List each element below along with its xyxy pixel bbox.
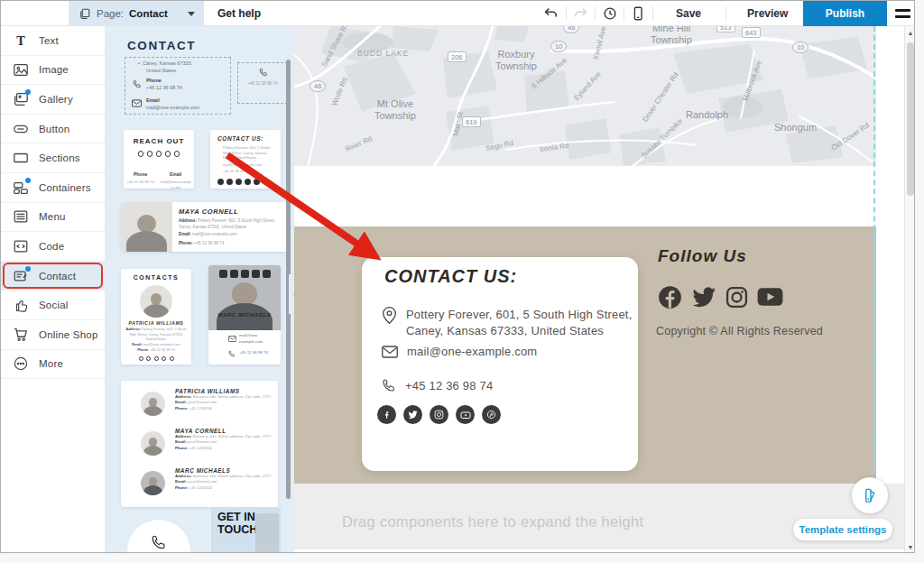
toolbar-separator: [595, 6, 596, 21]
sidebar-item-contact[interactable]: Contact: [1, 262, 105, 291]
save-button[interactable]: Save: [676, 1, 701, 26]
twitter-icon: [230, 270, 238, 278]
footer-section[interactable]: CONTACT US: Pottery Forever, 601, 5 Sout…: [294, 226, 876, 484]
template-contact-mini[interactable]: +45 12 36 98 74: [237, 62, 288, 104]
address-value: Business title, Street address, Zip code…: [193, 434, 272, 438]
main-scrollbar[interactable]: ▲ ▼: [904, 26, 915, 553]
facebook-icon: [217, 179, 224, 185]
template-person-photo-card[interactable]: MARC MICHAELS mail@one-example.com +45 1…: [208, 265, 281, 365]
email-link[interactable]: mail@one-example.com: [407, 344, 537, 360]
email-value: your@email.com: [188, 479, 217, 484]
template-settings-button[interactable]: Template settings: [793, 519, 892, 540]
history-icon[interactable]: [602, 5, 618, 22]
button-icon: [13, 121, 29, 137]
toolbar-separator: [624, 6, 624, 21]
sidebar-item-label: Menu: [39, 211, 66, 222]
scrollbar-thumb[interactable]: [907, 42, 914, 196]
scroll-down-icon[interactable]: ▼: [905, 544, 915, 550]
sidebar-item-containers[interactable]: Containers: [1, 173, 105, 203]
phone-label: Phone: [134, 171, 147, 177]
person-photo: [140, 285, 172, 318]
undo-icon[interactable]: [542, 5, 559, 22]
youtube-icon[interactable]: [757, 287, 783, 307]
twitter-icon: [146, 356, 151, 361]
person-photo: [141, 431, 165, 456]
new-badge: [25, 266, 31, 272]
bullet-icon: •: [138, 60, 140, 66]
facebook-icon[interactable]: [658, 285, 682, 309]
mobile-preview-icon[interactable]: [630, 5, 646, 22]
twitter-icon[interactable]: [691, 284, 716, 309]
svg-text:T: T: [16, 32, 25, 47]
sidebar-item-code[interactable]: Code: [1, 232, 105, 262]
phone-icon: [259, 68, 268, 77]
sidebar-item-image[interactable]: Image: [1, 56, 105, 86]
phone-label: Phone:: [179, 241, 193, 245]
panel-collapse-button[interactable]: ‹: [289, 274, 294, 314]
pinterest-icon: [174, 151, 180, 157]
design-button[interactable]: [852, 477, 888, 513]
person-photo: [141, 471, 165, 495]
sidebar-item-sections[interactable]: Sections: [1, 143, 105, 173]
sidebar-item-label: Social: [39, 300, 69, 310]
instagram-icon[interactable]: [725, 286, 748, 309]
instagram-icon: [156, 151, 162, 157]
chevron-down-icon: [188, 12, 195, 16]
envelope-icon: [382, 346, 398, 358]
email-value: mail@one-example.com: [146, 105, 199, 110]
get-help-link[interactable]: Get help: [217, 7, 261, 20]
sidebar-item-text[interactable]: T Text: [1, 26, 105, 56]
address-value: Business title, Street address, Zip code…: [193, 394, 272, 399]
instagram-icon[interactable]: [430, 405, 448, 424]
building-shape: [255, 513, 279, 552]
sidebar-item-label: Code: [39, 241, 64, 252]
publish-button[interactable]: Publish: [803, 1, 887, 26]
twitter-icon[interactable]: [403, 405, 422, 424]
map-town-label: Mt Olive Township: [366, 98, 424, 121]
phone-value: +45 1234556: [189, 406, 212, 411]
template-contact-us[interactable]: CONTACT US: Pottery Forever, 601, 5 Sout…: [210, 130, 281, 189]
person-name: PATRICIA WILLIAMS: [121, 320, 191, 326]
address-line: Pottery Forever, 601, 5 South High Stree…: [406, 308, 632, 321]
sidebar-item-menu[interactable]: Menu: [1, 203, 105, 233]
sidebar-item-more[interactable]: More: [1, 350, 105, 380]
builder-window: Page: Contact Get help Save Preview Publ…: [0, 0, 915, 553]
sidebar-item-social[interactable]: Social: [1, 291, 105, 320]
pinterest-icon[interactable]: [482, 405, 501, 424]
facebook-icon: [138, 151, 144, 157]
contact-us-card[interactable]: CONTACT US: Pottery Forever, 601, 5 Sout…: [362, 257, 638, 471]
sidebar-item-label: Image: [39, 64, 69, 75]
route-shield: 513: [716, 26, 735, 32]
youtube-icon[interactable]: [456, 405, 475, 424]
phone-label: Phone:: [137, 348, 149, 352]
contact-us-title: CONTACT US:: [384, 266, 517, 287]
person-photo: [141, 392, 165, 416]
app-root: Page: Contact Get help Save Preview Publ…: [0, 0, 924, 563]
template-contact-details[interactable]: •Caney, Kansas 67333, United States Phon…: [125, 57, 231, 115]
template-reach-out[interactable]: REACH OUT Phone+45 12 36 98 74 Emailmail…: [124, 130, 194, 189]
address-label: Address:: [175, 394, 192, 399]
phone-icon: [151, 534, 167, 550]
scroll-up-icon[interactable]: ▲: [905, 30, 915, 36]
sidebar-item-button[interactable]: Button: [1, 115, 105, 144]
template-person-horizontal[interactable]: MAYA CORNELL Address: Pottery Forever, 6…: [121, 202, 287, 252]
sidebar-item-gallery[interactable]: Gallery: [1, 85, 105, 115]
template-contact-list[interactable]: PATRICIA WILLIAMS Address: Business titl…: [121, 381, 278, 507]
more-icon: [13, 355, 29, 372]
email-value: mail@one-example.com: [161, 180, 191, 189]
sidebar-item-label: Sections: [39, 152, 80, 163]
template-contacts-card[interactable]: CONTACTS PATRICIA WILLIAMS Address: Pott…: [121, 269, 191, 365]
map-widget[interactable]: BUDD LAKE Roxbury Township Mt Olive Town…: [294, 26, 876, 166]
phone-link[interactable]: +45 12 36 98 74: [405, 378, 493, 394]
preview-button[interactable]: Preview: [747, 1, 788, 26]
person-name: MARC MICHAELS: [175, 467, 274, 474]
menu-icon[interactable]: [895, 9, 910, 22]
sidebar-item-label: Text: [39, 35, 59, 46]
facebook-icon[interactable]: [377, 405, 396, 424]
person-name: MAYA CORNELL: [179, 208, 238, 216]
sidebar-item-online-shop[interactable]: Online Shop: [1, 320, 105, 350]
page-selector[interactable]: Page: Contact: [69, 1, 204, 26]
canvas: BUDD LAKE Roxbury Township Mt Olive Town…: [294, 26, 903, 552]
instagram-icon: [154, 356, 159, 361]
email-value: mail@one-: [239, 333, 258, 337]
